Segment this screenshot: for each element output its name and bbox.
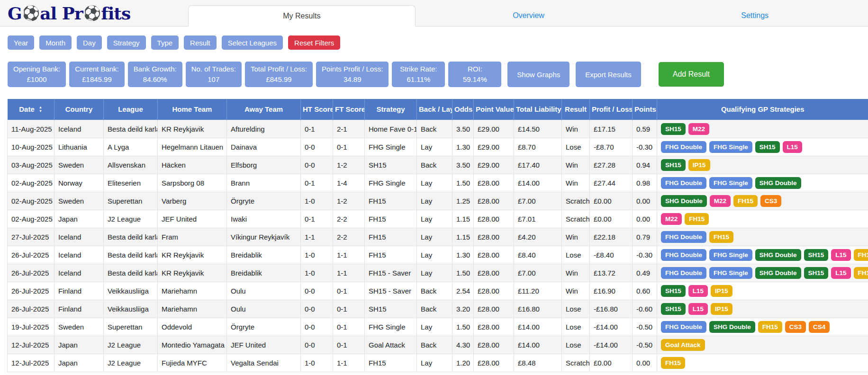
column-header-ht-score[interactable]: HT Score	[301, 99, 333, 120]
cell-ft-score: 0-1	[333, 318, 365, 336]
cell-league: Veikkausliiga	[104, 282, 158, 300]
cell-back-lay: Lay	[417, 138, 452, 156]
cell-league: A Lyga	[104, 138, 158, 156]
column-header-label: Profit / Loss	[592, 105, 633, 113]
stat-box-strike-rate: Strike Rate:61.11%	[392, 62, 445, 87]
cell-point-value: £29.00	[474, 138, 514, 156]
column-header-qualifying-gp-strategies[interactable]: Qualifying GP Strategies	[657, 99, 868, 120]
stat-label: Total Profit / Loss:	[251, 64, 307, 74]
cell-ft-score: 2-2	[333, 228, 365, 246]
cell-strategy: FH15	[365, 228, 417, 246]
filter-button-type[interactable]: Type	[151, 36, 179, 50]
filter-button-year[interactable]: Year	[8, 36, 34, 50]
cell-strategy: FH15	[365, 246, 417, 264]
cell-country: Sweden	[54, 156, 104, 174]
cell-date: 03-Aug-2025	[8, 156, 54, 174]
filter-button-month[interactable]: Month	[39, 36, 72, 50]
cell-total-liability: £8.70	[514, 138, 562, 156]
cell-back-lay: Lay	[417, 174, 452, 192]
cell-odds: 1.25	[452, 192, 474, 210]
strategy-badge-fhg-double: FHG Double	[661, 321, 706, 333]
cell-qualifying-gp-strategies: FHG DoubleFHG SingleSHG Double	[657, 174, 868, 192]
column-header-profit-loss[interactable]: Profit / Loss	[590, 99, 633, 120]
stat-value: £845.99	[251, 74, 307, 85]
tab-my-results[interactable]: My Results	[188, 5, 416, 27]
stat-box-current-bank: Current Bank:£1845.99	[69, 62, 125, 87]
cell-result: Win	[562, 264, 590, 282]
strategy-badge-ip15: IP15	[711, 285, 732, 297]
cell-strategy: FH15 - Saver	[365, 264, 417, 282]
cell-odds: 3.50	[452, 156, 474, 174]
cell-points: 0.79	[633, 228, 657, 246]
column-header-label: Result	[565, 105, 587, 113]
cell-total-liability: £4.20	[514, 228, 562, 246]
cell-point-value: £28.00	[474, 300, 514, 318]
sort-icon[interactable]: ▲▼	[39, 106, 42, 113]
strategy-badge-l15: L15	[831, 249, 850, 261]
export-results-button[interactable]: Export Results	[576, 62, 641, 87]
column-header-league[interactable]: League	[104, 99, 158, 120]
filter-button-strategy[interactable]: Strategy	[107, 36, 146, 50]
cell-point-value: £28.00	[474, 354, 514, 372]
column-header-country[interactable]: Country	[54, 99, 104, 120]
reset-filters-button[interactable]: Reset Filters	[288, 36, 340, 50]
cell-league: Veikkausliiga	[104, 300, 158, 318]
column-header-date[interactable]: Date▲▼	[8, 99, 54, 120]
column-header-total-liability[interactable]: Total Liability	[514, 99, 562, 120]
cell-odds: 3.20	[452, 300, 474, 318]
column-header-result[interactable]: Result	[562, 99, 590, 120]
cell-ft-score: 2-1	[333, 120, 365, 138]
cell-points: 0.98	[633, 174, 657, 192]
column-header-odds[interactable]: Odds	[452, 99, 474, 120]
add-result-button[interactable]: Add Result	[659, 62, 724, 87]
column-header-strategy[interactable]: Strategy	[365, 99, 417, 120]
column-header-label: Qualifying GP Strategies	[721, 105, 805, 113]
filter-button-day[interactable]: Day	[77, 36, 102, 50]
column-header-home-team[interactable]: Home Team	[158, 99, 227, 120]
cell-qualifying-gp-strategies: M22FH15	[657, 210, 868, 228]
cell-ft-score: 2-2	[333, 210, 365, 228]
column-header-away-team[interactable]: Away Team	[227, 99, 301, 120]
cell-qualifying-gp-strategies: Goal Attack	[657, 336, 868, 354]
cell-league: Superettan	[104, 192, 158, 210]
cell-points: 0.94	[633, 156, 657, 174]
filter-button-result[interactable]: Result	[184, 36, 217, 50]
cell-profit-loss: -£14.00	[590, 318, 633, 336]
cell-back-lay: Back	[417, 156, 452, 174]
cell-ft-score: 0-1	[333, 300, 365, 318]
cell-result: Lose	[562, 138, 590, 156]
column-header-point-value[interactable]: Point Value	[474, 99, 514, 120]
strategy-badge-ip15: IP15	[688, 159, 710, 171]
tab-bar: My Results Overview Settings	[188, 0, 868, 26]
column-header-label: Total Liability	[516, 105, 561, 113]
show-graphs-button[interactable]: Show Graphs	[507, 62, 570, 87]
filter-button-select-leagues[interactable]: Select Leagues	[222, 36, 283, 50]
cell-total-liability: £11.20	[514, 282, 562, 300]
strategy-badge-fhg-single: FHG Single	[709, 267, 752, 279]
column-header-points[interactable]: Points	[633, 99, 657, 120]
cell-date: 02-Aug-2025	[8, 174, 54, 192]
column-header-label: Odds	[454, 105, 472, 113]
column-header-label: Away Team	[244, 105, 283, 113]
logo-text: al Pr	[40, 3, 83, 23]
cell-ft-score: 1-1	[333, 354, 365, 372]
table-row: 02-Aug-2025NorwayEliteserienSarpsborg 08…	[8, 174, 868, 192]
strategy-badge-shg-double: SHG Double	[661, 195, 707, 207]
soccer-ball-icon: ⚽	[83, 6, 100, 20]
column-header-label: Back / Lay	[419, 105, 452, 113]
cell-league: Besta deild karla	[104, 120, 158, 138]
cell-qualifying-gp-strategies: FHG DoubleSHG DoubleFH15CS3CS4	[657, 318, 868, 336]
stat-label: ROI:	[454, 64, 496, 74]
tab-overview[interactable]: Overview	[416, 5, 642, 26]
strategy-badge-fhg-double: FHG Double	[661, 177, 706, 189]
tab-settings[interactable]: Settings	[642, 5, 868, 26]
column-header-label: HT Score	[303, 105, 333, 113]
column-header-back-lay[interactable]: Back / Lay	[417, 99, 452, 120]
cell-country: Japan	[54, 210, 104, 228]
column-header-ft-score[interactable]: FT Score	[333, 99, 365, 120]
table-row: 10-Aug-2025LithuaniaA LygaHegelmann Lita…	[8, 138, 868, 156]
stats-row: Opening Bank:£1000Current Bank:£1845.99B…	[8, 62, 868, 87]
strategy-badge-fh15: FH15	[661, 357, 685, 369]
stat-value: 107	[191, 74, 236, 85]
cell-point-value: £28.00	[474, 318, 514, 336]
